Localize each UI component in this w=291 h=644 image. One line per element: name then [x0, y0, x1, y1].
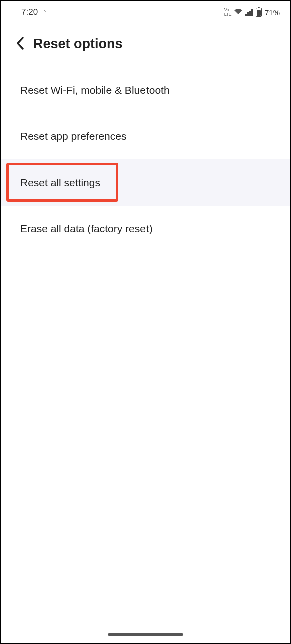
chevron-left-icon: [16, 37, 24, 50]
wifi-icon: [234, 8, 242, 16]
page-title: Reset options: [33, 36, 123, 52]
option-reset-wifi[interactable]: Reset Wi-Fi, mobile & Bluetooth: [1, 67, 290, 113]
battery-icon: [256, 8, 262, 17]
volte-icon: VoLTE: [224, 8, 231, 17]
status-time: 7:20: [21, 7, 38, 17]
options-list: Reset Wi-Fi, mobile & Bluetooth Reset ap…: [1, 67, 290, 252]
page-header: Reset options: [1, 21, 290, 67]
option-label: Reset Wi-Fi, mobile & Bluetooth: [20, 84, 170, 96]
signal-icon: [245, 9, 253, 16]
option-label: Erase all data (factory reset): [20, 223, 153, 234]
home-indicator[interactable]: [108, 633, 183, 636]
notification-icon: ᴺ: [43, 9, 46, 16]
battery-percent: 71%: [265, 8, 280, 17]
option-erase-all-data[interactable]: Erase all data (factory reset): [1, 206, 290, 252]
status-left: 7:20 ᴺ: [21, 7, 46, 17]
option-label: Reset app preferences: [20, 130, 126, 142]
status-bar: 7:20 ᴺ VoLTE 71%: [1, 1, 290, 21]
option-reset-app-preferences[interactable]: Reset app preferences: [1, 113, 290, 159]
option-reset-all-settings[interactable]: Reset all settings: [1, 159, 290, 206]
status-right: VoLTE 71%: [224, 8, 280, 17]
option-label: Reset all settings: [20, 177, 100, 188]
back-button[interactable]: [16, 37, 24, 52]
